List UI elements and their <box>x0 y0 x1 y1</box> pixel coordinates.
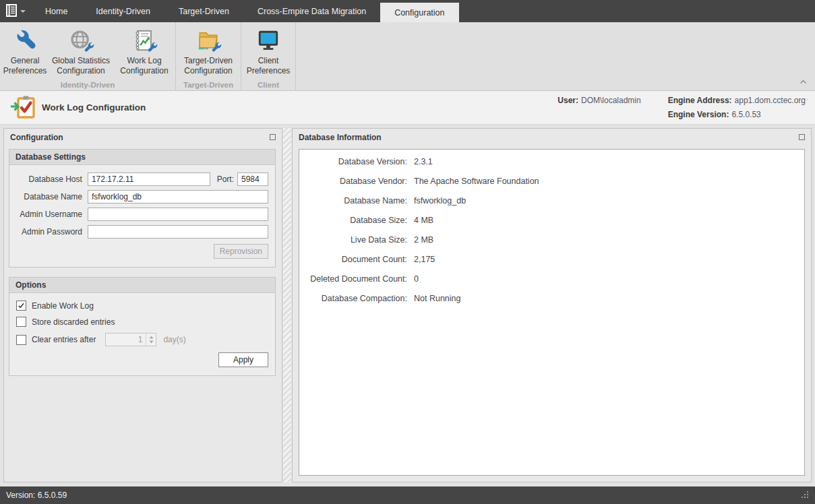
engine-version-label: Engine Version: <box>668 110 729 119</box>
clear-days-spinner[interactable]: 1 <box>105 333 156 346</box>
info-row: Database Compaction:Not Running <box>299 289 804 309</box>
database-settings-header: Database Settings <box>9 150 275 165</box>
engine-address-label: Engine Address: <box>668 96 732 105</box>
info-value: fsfworklog_db <box>414 191 466 211</box>
ribbon-button-label: General Preferences <box>3 56 47 76</box>
tab-home[interactable]: Home <box>31 0 82 22</box>
store-discarded-entries-label: Store discarded entries <box>32 317 115 327</box>
panel-splitter[interactable] <box>283 128 291 482</box>
maximize-panel-icon[interactable] <box>270 134 276 140</box>
ribbon: General Preferences Glo <box>0 22 815 91</box>
maximize-panel-icon[interactable] <box>799 134 805 140</box>
reprovision-button[interactable]: Reprovision <box>214 244 268 259</box>
wrench-icon <box>148 42 159 55</box>
page-header: Work Log Configuration User:DOM\localadm… <box>0 91 815 125</box>
database-name-input[interactable] <box>88 190 268 203</box>
engine-version-value: 6.5.0.53 <box>731 110 760 119</box>
ribbon-button-label: Global Statistics Configuration <box>47 56 115 76</box>
apply-button[interactable]: Apply <box>218 352 268 367</box>
configuration-panel-header: Configuration <box>4 129 282 146</box>
info-value: 0 <box>414 270 419 289</box>
resize-grip-icon[interactable] <box>800 490 809 501</box>
database-information-box: Database Version:2.3.1 Database Vendor:T… <box>299 149 805 476</box>
info-label: Database Compaction: <box>299 289 407 309</box>
admin-password-label: Admin Password <box>16 227 82 237</box>
target-driven-configuration-button[interactable]: Target-Driven Configuration <box>177 26 239 76</box>
info-row: Live Data Size:2 MB <box>299 230 804 250</box>
info-label: Database Name: <box>299 191 407 211</box>
info-label: Deleted Document Count: <box>299 270 407 289</box>
status-version-text: Version: 6.5.0.59 <box>6 491 67 500</box>
info-row: Database Size:4 MB <box>299 211 804 230</box>
info-value: 2 MB <box>414 230 433 250</box>
wrench-icon <box>84 42 96 55</box>
configuration-panel-title: Configuration <box>10 133 63 142</box>
worklog-clipboard-icon <box>9 95 36 121</box>
work-log-configuration-button[interactable]: Work Log Configuration <box>115 26 174 76</box>
status-bar: Version: 6.5.0.59 <box>0 486 815 504</box>
info-row: Document Count:2,175 <box>299 250 804 270</box>
chevron-down-icon <box>20 10 26 13</box>
ribbon-group-target-driven: Target-Driven Configuration Target-Drive… <box>176 22 241 90</box>
general-preferences-button[interactable]: General Preferences <box>3 26 47 76</box>
admin-username-input[interactable] <box>88 208 268 221</box>
info-value: Not Running <box>414 289 461 309</box>
clear-entries-after-label: Clear entries after <box>32 335 96 344</box>
enable-work-log-checkbox[interactable] <box>16 301 26 311</box>
database-host-input[interactable] <box>88 172 210 186</box>
engine-version-info: Engine Version:6.5.0.53 <box>668 110 806 119</box>
admin-password-input[interactable] <box>88 225 268 239</box>
ribbon-group-label: Identity-Driven <box>0 81 175 89</box>
database-information-title: Database Information <box>299 133 382 142</box>
info-label: Database Version: <box>299 152 407 172</box>
worklog-wrench-icon <box>131 27 158 54</box>
info-value: The Apache Software Foundation <box>414 172 539 191</box>
engine-address-value: app1.dom.cctec.org <box>735 96 806 105</box>
ribbon-button-label: Work Log Configuration <box>115 56 174 76</box>
folder-wrench-icon <box>195 27 222 54</box>
wrench-icon <box>212 42 223 55</box>
application-window: Home Identity-Driven Target-Driven Cross… <box>0 0 815 504</box>
enable-work-log-label: Enable Work Log <box>32 301 94 311</box>
engine-info: User:DOM\localadmin Engine Address:app1.… <box>557 96 806 119</box>
spinner-down-icon <box>149 340 154 344</box>
global-statistics-configuration-button[interactable]: Global Statistics Configuration <box>47 26 115 76</box>
info-label: Database Vendor: <box>299 172 407 191</box>
ribbon-button-label: Target-Driven Configuration <box>177 56 239 76</box>
user-label: User: <box>557 96 578 105</box>
database-settings-title: Database Settings <box>16 152 86 162</box>
database-settings-group: Database Settings Database Host Port: Da… <box>9 149 276 267</box>
collapse-ribbon-button[interactable] <box>799 77 807 86</box>
info-label: Document Count: <box>299 250 407 270</box>
user-value: DOM\localadmin <box>581 96 641 105</box>
store-discarded-entries-checkbox[interactable] <box>16 317 26 327</box>
ribbon-button-label: Client Preferences <box>243 56 294 76</box>
options-group: Options Enable Work Log Store discarded … <box>9 277 276 376</box>
info-value: 4 MB <box>414 211 433 230</box>
tab-target-driven[interactable]: Target-Driven <box>164 0 243 22</box>
clear-days-value: 1 <box>106 334 146 346</box>
client-preferences-button[interactable]: Client Preferences <box>243 26 294 76</box>
configuration-panel: Configuration Database Settings Database… <box>3 128 282 482</box>
tab-cross-empire-data-migration[interactable]: Cross-Empire Data Migration <box>243 0 380 22</box>
clear-entries-after-checkbox[interactable] <box>16 335 26 345</box>
ribbon-group-label: Client <box>241 81 295 89</box>
check-icon <box>18 302 25 309</box>
port-input[interactable] <box>237 172 268 186</box>
tab-configuration[interactable]: Configuration <box>380 3 458 22</box>
spinner-up-icon <box>149 336 154 339</box>
app-menu-button[interactable] <box>0 0 31 22</box>
options-header: Options <box>9 278 275 293</box>
admin-username-label: Admin Username <box>16 210 82 219</box>
wrench-icon <box>11 27 38 54</box>
page-title: Work Log Configuration <box>42 102 146 113</box>
database-information-panel-header: Database Information <box>293 129 811 146</box>
port-label: Port: <box>217 175 234 184</box>
info-label: Live Data Size: <box>299 230 407 250</box>
monitor-icon <box>255 27 282 54</box>
chevron-up-icon <box>799 80 807 84</box>
user-info: User:DOM\localadmin <box>557 96 640 105</box>
tab-identity-driven[interactable]: Identity-Driven <box>82 0 164 22</box>
database-host-label: Database Host <box>16 175 82 184</box>
engine-address-info: Engine Address:app1.dom.cctec.org <box>668 96 806 105</box>
